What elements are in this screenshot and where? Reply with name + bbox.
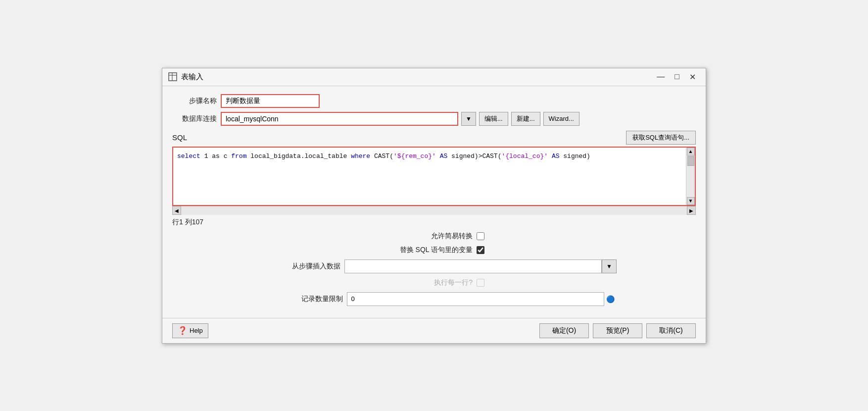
- sql-editor-wrapper: select 1 as c from local_bigdata.local_t…: [172, 147, 696, 206]
- step-name-label: 步骤名称: [172, 97, 217, 105]
- allow-lazy-label: 允许简易转换: [384, 232, 473, 241]
- footer-buttons: 确定(O) 预览(P) 取消(C): [539, 323, 696, 338]
- from-step-row: 从步骤插入数据 ▼: [172, 259, 696, 273]
- execute-each-label: 执行每一行?: [384, 278, 473, 287]
- allow-lazy-checkbox[interactable]: [477, 232, 484, 240]
- from-step-input[interactable]: [345, 260, 601, 273]
- ok-button[interactable]: 确定(O): [539, 323, 589, 338]
- sql-scrollbar-vertical[interactable]: ▲ ▼: [686, 148, 695, 205]
- new-button[interactable]: 新建...: [511, 112, 540, 126]
- title-bar-left: 表输入: [168, 72, 203, 82]
- db-conn-row: 数据库连接 local_mysqlConn ▼ 编辑... 新建... Wiza…: [172, 112, 696, 126]
- replace-vars-row: 替换 SQL 语句里的变量: [172, 246, 696, 255]
- record-limit-icon[interactable]: 🔵: [606, 295, 615, 303]
- maximize-button[interactable]: □: [671, 71, 683, 83]
- edit-button[interactable]: 编辑...: [479, 112, 508, 126]
- cursor-position: 行1 列107: [172, 218, 696, 227]
- allow-lazy-row: 允许简易转换: [172, 232, 696, 241]
- content-area: 步骤名称 数据库连接 local_mysqlConn ▼ 编辑... 新建...…: [162, 86, 706, 318]
- scroll-down-arrow[interactable]: ▼: [687, 197, 695, 205]
- step-name-row: 步骤名称: [172, 94, 696, 108]
- help-button[interactable]: ❓ Help: [172, 323, 208, 338]
- sql-display[interactable]: select 1 as c from local_bigdata.local_t…: [173, 148, 686, 165]
- footer: ❓ Help 确定(O) 预览(P) 取消(C): [162, 318, 706, 343]
- preview-button[interactable]: 预览(P): [593, 323, 642, 338]
- from-step-dropdown-arrow[interactable]: ▼: [602, 259, 617, 273]
- get-sql-button[interactable]: 获取SQL查询语句...: [626, 131, 696, 145]
- record-limit-row: 记录数量限制 🔵: [172, 292, 696, 306]
- scroll-thumb-v[interactable]: [687, 156, 694, 166]
- replace-vars-checkbox[interactable]: [477, 246, 484, 254]
- sql-hscroll[interactable]: ◀ ▶: [172, 206, 696, 215]
- db-conn-value: local_mysqlConn: [226, 115, 453, 123]
- record-limit-label: 记录数量限制: [254, 295, 343, 304]
- close-button[interactable]: ✕: [685, 71, 700, 83]
- cancel-button[interactable]: 取消(C): [646, 323, 696, 338]
- sql-header: SQL 获取SQL查询语句...: [172, 131, 696, 145]
- title-bar: 表输入 — □ ✕: [162, 68, 706, 86]
- record-limit-input[interactable]: [347, 292, 604, 306]
- sql-label: SQL: [172, 133, 187, 142]
- scroll-track-h: [181, 206, 687, 215]
- table-icon: [168, 72, 177, 81]
- svg-rect-0: [169, 73, 177, 81]
- scroll-right-arrow[interactable]: ▶: [687, 206, 696, 215]
- window-title: 表输入: [181, 72, 203, 82]
- replace-vars-label: 替换 SQL 语句里的变量: [384, 246, 473, 255]
- db-conn-label: 数据库连接: [172, 114, 217, 123]
- help-circle-icon: ❓: [178, 326, 188, 335]
- from-step-label: 从步骤插入数据: [251, 262, 340, 271]
- scroll-up-arrow[interactable]: ▲: [687, 148, 695, 155]
- step-name-input[interactable]: [221, 94, 320, 108]
- db-conn-dropdown-arrow[interactable]: ▼: [461, 112, 476, 126]
- help-label: Help: [190, 327, 203, 334]
- sql-section: SQL 获取SQL查询语句... select 1 as c from loca…: [172, 131, 696, 215]
- wizard-button[interactable]: Wizard...: [543, 112, 579, 126]
- main-window: 表输入 — □ ✕ 步骤名称 数据库连接 local_mysqlConn ▼ 编…: [162, 68, 706, 344]
- execute-each-checkbox[interactable]: [477, 279, 484, 287]
- minimize-button[interactable]: —: [653, 71, 669, 83]
- execute-each-row: 执行每一行?: [172, 278, 696, 287]
- title-controls: — □ ✕: [653, 71, 700, 83]
- scroll-left-arrow[interactable]: ◀: [172, 206, 181, 215]
- scroll-track-v: [686, 155, 695, 197]
- db-conn-select[interactable]: local_mysqlConn: [221, 112, 458, 126]
- options-section: 允许简易转换 替换 SQL 语句里的变量 从步骤插入数据 ▼: [172, 232, 696, 306]
